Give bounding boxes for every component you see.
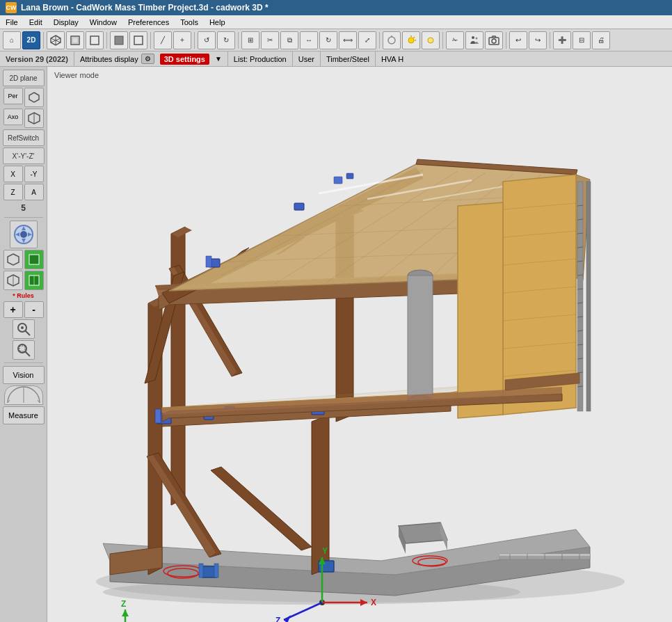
add-point-button[interactable]: + <box>173 31 191 49</box>
zoom-out-button[interactable]: - <box>24 301 44 318</box>
sidebar-separator-1 <box>4 217 43 218</box>
measure-button[interactable]: Measure <box>3 406 45 424</box>
svg-point-24 <box>20 231 27 238</box>
svg-line-13 <box>414 37 415 38</box>
wireframe-button[interactable] <box>129 31 147 49</box>
attr-settings-gear-button[interactable]: ⚙ <box>141 54 154 64</box>
menu-window[interactable]: Window <box>84 17 122 28</box>
toolbar-separator-5 <box>238 32 239 49</box>
arrow-redo-button[interactable]: ↪ <box>529 31 547 49</box>
svg-rect-122 <box>408 276 433 401</box>
menu-help[interactable]: Help <box>204 17 231 28</box>
svg-point-9 <box>388 37 395 44</box>
menu-preferences[interactable]: Preferences <box>122 17 175 28</box>
3d-settings-button[interactable]: 3D settings <box>160 54 209 65</box>
rotate-button[interactable]: ↻ <box>319 31 337 49</box>
svg-rect-6 <box>90 36 99 45</box>
top-view-button[interactable] <box>86 31 104 49</box>
draw-line-button[interactable]: ╱ <box>154 31 172 49</box>
per-button[interactable]: Per <box>3 88 23 104</box>
toolbar-separator-6 <box>379 32 380 49</box>
camera-button[interactable] <box>485 31 503 49</box>
svg-point-15 <box>428 38 433 43</box>
timber-steel-label: Timber/Steel <box>326 55 369 63</box>
cut-button[interactable]: ✂ <box>261 31 279 49</box>
svg-text:Y: Y <box>322 546 328 556</box>
plus-square-button[interactable]: ➕ <box>553 31 571 49</box>
axo-icon-button[interactable] <box>24 109 44 128</box>
light-on-button[interactable] <box>402 31 420 49</box>
undo-button[interactable]: ↺ <box>198 31 216 49</box>
vision-button[interactable]: Vision <box>3 366 45 384</box>
view-mode-btn3[interactable] <box>3 271 23 290</box>
svg-marker-124 <box>399 523 447 543</box>
zoom-row: + - <box>3 301 44 318</box>
left-sidebar: 2D plane Per Axo RefSwitch X'-Y'-Z' X -Y <box>0 67 47 622</box>
front-view-button[interactable] <box>66 31 84 49</box>
minus-square-button[interactable]: ⊟ <box>573 31 591 49</box>
people-button[interactable] <box>465 31 483 49</box>
user-label: User <box>298 55 314 63</box>
3d-scene: X Y Z Z <box>47 67 672 622</box>
svg-rect-40 <box>19 346 25 351</box>
a-button[interactable]: A <box>24 184 44 200</box>
dropdown-arrow-icon[interactable]: ▼ <box>215 55 222 63</box>
axo-label: Axo <box>8 113 19 120</box>
svg-rect-8 <box>134 36 143 45</box>
redo-button[interactable]: ↻ <box>217 31 235 49</box>
menu-edit[interactable]: Edit <box>24 17 48 28</box>
light-off-button[interactable] <box>383 31 401 49</box>
per-axo-pair: Per <box>3 88 44 107</box>
svg-point-11 <box>408 38 414 43</box>
home-button[interactable]: ⌂ <box>3 31 21 49</box>
svg-rect-134 <box>294 203 304 210</box>
svg-marker-156 <box>122 609 129 616</box>
negy-button[interactable]: -Y <box>24 166 44 182</box>
cut-tool-button[interactable]: ✁ <box>446 31 464 49</box>
xyz-button[interactable]: X'-Y'-Z' <box>3 147 45 164</box>
svg-marker-29 <box>8 254 19 265</box>
per-icon-button[interactable] <box>24 88 44 107</box>
zoom-in-button[interactable]: + <box>3 301 23 318</box>
svg-text:X: X <box>371 598 376 607</box>
3d-nav-button[interactable] <box>10 221 38 248</box>
copy-button[interactable]: ⧉ <box>280 31 298 49</box>
svg-point-19 <box>492 39 496 43</box>
scale-button[interactable]: ⤢ <box>358 31 376 49</box>
svg-rect-133 <box>206 256 211 267</box>
x-button[interactable]: X <box>3 166 23 182</box>
menu-file[interactable]: File <box>0 17 24 28</box>
measure-arc[interactable] <box>4 385 43 405</box>
view-mode-btn2[interactable] <box>24 250 44 269</box>
menu-display[interactable]: Display <box>48 17 84 28</box>
attr-display-label: Attributes display <box>80 55 138 63</box>
view-mode-btn1[interactable] <box>3 250 23 269</box>
view-mode-btn4[interactable] <box>24 271 44 290</box>
number-display: 5 <box>21 203 26 213</box>
zoom-full-button[interactable] <box>13 319 35 339</box>
iso-view-button[interactable] <box>47 31 65 49</box>
x-negy-pair: X -Y <box>3 166 44 182</box>
print-button[interactable]: 🖨 <box>592 31 610 49</box>
app-icon: CW <box>6 2 17 13</box>
mirror-button[interactable]: ⟺ <box>339 31 357 49</box>
2d-mode-button[interactable]: 2D <box>22 31 40 49</box>
zoom-window-button[interactable]: ⊞ <box>241 31 259 49</box>
light-env-button[interactable] <box>422 31 440 49</box>
list-production-label: List: Production <box>234 55 287 63</box>
2d-plane-button[interactable]: 2D plane <box>3 70 45 86</box>
refswitch-button[interactable]: RefSwitch <box>3 129 45 146</box>
axo-button[interactable]: Axo <box>3 109 23 125</box>
move-button[interactable]: ↔ <box>300 31 318 49</box>
zoom-selected-button[interactable] <box>13 340 35 360</box>
title-bar: CW Lana Brown - CadWork Mass Timber Proj… <box>0 0 672 15</box>
arrow-undo-button[interactable]: ↩ <box>509 31 527 49</box>
svg-rect-128 <box>155 409 161 423</box>
menu-tools[interactable]: Tools <box>175 17 204 28</box>
version-info: Version 29 (2022) <box>0 51 74 66</box>
z-button[interactable]: Z <box>3 184 23 200</box>
svg-marker-20 <box>29 93 39 102</box>
3d-viewer[interactable]: Viewer mode <box>47 67 672 622</box>
sidebar-separator-2 <box>4 362 43 363</box>
solid-render-button[interactable] <box>110 31 128 49</box>
